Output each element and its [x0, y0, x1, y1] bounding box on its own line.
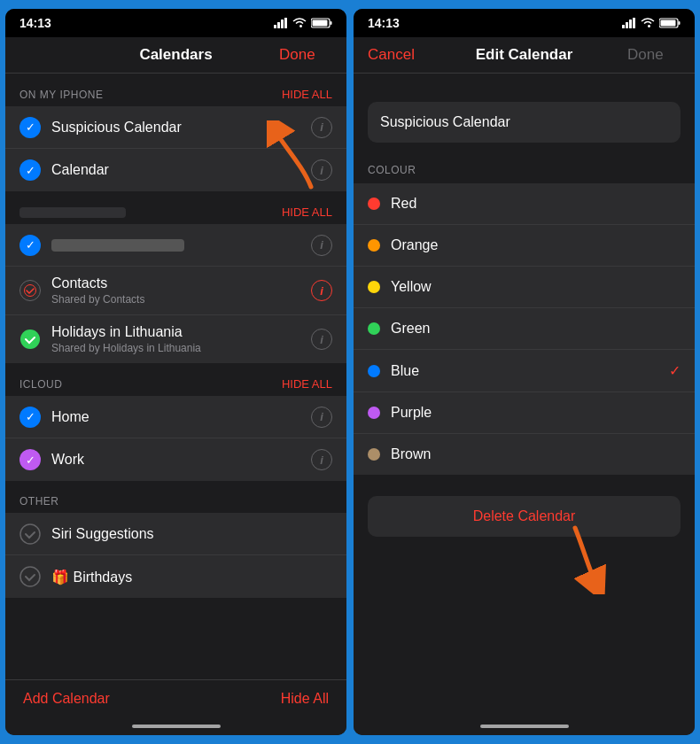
- calendar-info[interactable]: i: [311, 159, 332, 181]
- section-blurred-hide[interactable]: HIDE ALL: [282, 205, 332, 219]
- battery-icon: [311, 18, 332, 28]
- birthdays-check: [19, 566, 41, 587]
- birthdays-item[interactable]: 🎁 Birthdays: [5, 555, 346, 598]
- svg-rect-1: [277, 22, 280, 28]
- colour-section-label: COLOUR: [368, 164, 681, 176]
- section-icloud-label: ICLOUD: [19, 378, 62, 391]
- suspicious-calendar-check: ✓: [19, 117, 41, 138]
- colour-brown-item[interactable]: Brown: [354, 434, 695, 475]
- orange-label: Orange: [391, 237, 681, 253]
- left-done-button[interactable]: Done: [279, 46, 332, 64]
- svg-rect-3: [284, 18, 287, 28]
- home-item[interactable]: ✓ Home i: [5, 396, 346, 438]
- orange-dot: [368, 239, 380, 252]
- yellow-label: Yellow: [391, 279, 681, 295]
- left-home-bar: [132, 725, 221, 728]
- signal-icon: [274, 18, 288, 28]
- left-phone-panel: 14:13 Calendars: [5, 9, 346, 735]
- left-home-indicator: [5, 717, 346, 735]
- colour-section-header: COLOUR: [354, 157, 695, 183]
- section-icloud-hide[interactable]: HIDE ALL: [282, 377, 332, 391]
- right-done-button[interactable]: Done: [627, 46, 681, 64]
- svg-rect-13: [626, 22, 628, 28]
- right-status-bar: 14:13: [354, 9, 695, 37]
- right-nav-bar: Cancel Edit Calendar Done: [354, 37, 695, 74]
- yellow-dot: [368, 281, 380, 293]
- blurred-section-label: [19, 207, 126, 218]
- brown-label: Brown: [391, 446, 681, 462]
- left-nav-bar: Calendars Done: [5, 37, 346, 74]
- section-on-my-iphone-label: ON MY IPHONE: [19, 89, 103, 101]
- right-home-indicator: [354, 717, 695, 735]
- home-info[interactable]: i: [311, 407, 332, 428]
- left-nav-title: Calendars: [73, 46, 279, 64]
- holidays-item[interactable]: Holidays in Lithuania Shared by Holidays…: [5, 315, 346, 363]
- suspicious-calendar-title: Suspicious Calendar: [51, 120, 300, 136]
- suspicious-calendar-info[interactable]: i: [311, 117, 332, 138]
- holidays-title: Holidays in Lithuania: [51, 324, 300, 340]
- svg-rect-6: [313, 20, 328, 27]
- contacts-check-icon: [24, 284, 36, 297]
- delete-calendar-button[interactable]: Delete Calendar: [368, 496, 681, 537]
- calendar-title: Calendar: [51, 162, 300, 178]
- siri-title: Siri Suggestions: [51, 526, 332, 542]
- blurred-calendar-item[interactable]: ✓ i: [5, 224, 346, 267]
- svg-rect-5: [331, 21, 332, 25]
- right-battery-icon: [659, 18, 681, 28]
- holidays-info[interactable]: i: [311, 329, 332, 350]
- blue-dot: [368, 365, 380, 377]
- right-nav-title: Edit Calendar: [421, 46, 627, 64]
- suspicious-calendar-item[interactable]: ✓ Suspicious Calendar i: [5, 106, 346, 149]
- calendar-item[interactable]: ✓ Calendar i: [5, 149, 346, 191]
- section-on-my-iphone-header: ON MY IPHONE HIDE ALL: [5, 74, 346, 106]
- blurred-check: ✓: [19, 235, 41, 256]
- section-on-my-iphone-hide[interactable]: HIDE ALL: [282, 88, 332, 101]
- colour-blue-item[interactable]: Blue ✓: [354, 350, 695, 392]
- blue-selected-checkmark: ✓: [669, 362, 681, 379]
- red-label: Red: [391, 196, 681, 212]
- contacts-item[interactable]: Contacts Shared by Contacts i: [5, 267, 346, 315]
- icloud-list: ✓ Home i ✓ Work i: [5, 396, 346, 481]
- work-info[interactable]: i: [311, 449, 332, 470]
- blurred-info[interactable]: i: [311, 235, 332, 256]
- green-dot: [368, 322, 380, 335]
- colour-orange-item[interactable]: Orange: [354, 225, 695, 267]
- calendar-name-field[interactable]: Suspicious Calendar: [368, 102, 681, 143]
- contacts-subtitle: Shared by Contacts: [51, 293, 300, 306]
- right-status-icons: [622, 18, 681, 28]
- add-calendar-button[interactable]: Add Calendar: [23, 691, 110, 707]
- svg-rect-15: [633, 18, 635, 28]
- svg-point-9: [20, 524, 40, 544]
- calendar-check: ✓: [19, 159, 41, 181]
- hide-all-button[interactable]: Hide All: [281, 691, 329, 707]
- section-blurred-header: HIDE ALL: [5, 191, 346, 224]
- blurred-section-list: ✓ i Contacts Shared by Contacts i: [5, 224, 346, 363]
- on-my-iphone-list: ✓ Suspicious Calendar i ✓ Calendar i: [5, 106, 346, 191]
- siri-suggestions-item[interactable]: Siri Suggestions: [5, 513, 346, 555]
- top-spacer: [354, 74, 695, 88]
- svg-point-10: [20, 567, 40, 586]
- colour-purple-item[interactable]: Purple: [354, 392, 695, 434]
- colour-red-item[interactable]: Red: [354, 183, 695, 225]
- right-home-bar: [480, 725, 569, 728]
- right-phone-panel: 14:13 Cancel Edit Calendar Done: [354, 9, 695, 735]
- svg-rect-2: [281, 19, 284, 28]
- red-dot: [368, 198, 380, 210]
- holidays-check: [19, 329, 41, 350]
- colour-green-item[interactable]: Green: [354, 308, 695, 350]
- purple-dot: [368, 407, 380, 419]
- work-item[interactable]: ✓ Work i: [5, 438, 346, 481]
- delete-calendar-label: Delete Calendar: [473, 508, 576, 523]
- brown-dot: [368, 448, 380, 461]
- left-time: 14:13: [19, 16, 51, 30]
- left-footer: Add Calendar Hide All: [5, 679, 346, 717]
- right-wifi-icon: [641, 18, 655, 28]
- blurred-title: [51, 239, 184, 252]
- colour-yellow-item[interactable]: Yellow: [354, 267, 695, 308]
- section-other-label: OTHER: [19, 495, 59, 508]
- siri-check: [19, 523, 41, 545]
- contacts-info[interactable]: i: [311, 280, 332, 301]
- purple-label: Purple: [391, 405, 681, 421]
- cancel-button[interactable]: Cancel: [368, 46, 421, 64]
- holidays-check-icon: [19, 329, 41, 350]
